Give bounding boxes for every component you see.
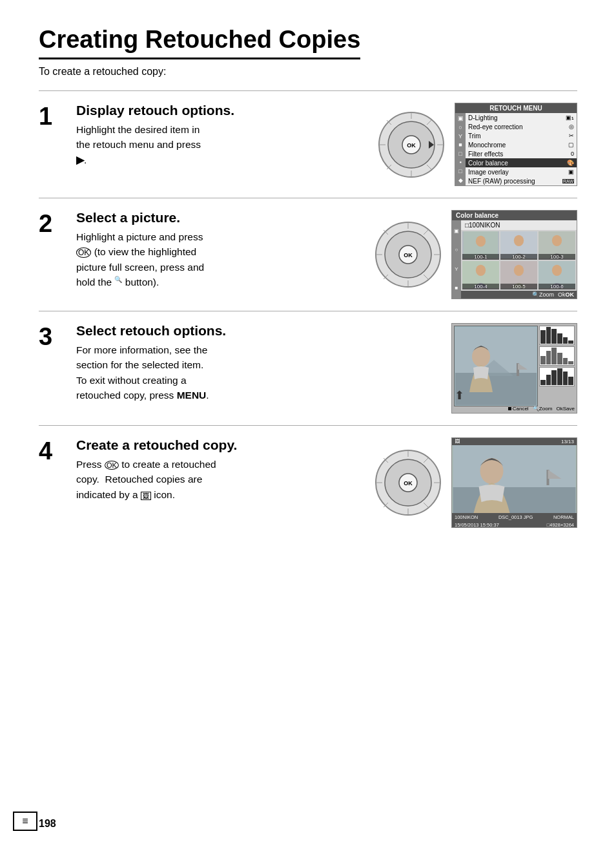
camera-dial-1: OK [376, 109, 447, 180]
thumb-4: 100-4 [462, 261, 499, 289]
cb-title: Color balance [452, 211, 577, 220]
steps-container: 1 Display retouch options. Highlight the… [39, 90, 577, 540]
rp-histogram-panel [539, 326, 575, 386]
side-icon-6: ▪ [457, 158, 464, 166]
step-4-desc: Press OK to create a retouched copy. Ret… [76, 457, 360, 502]
step-4-title: Create a retouched copy. [76, 437, 360, 453]
fs-top-icon: 🖼 [455, 439, 460, 445]
step-2-number: 2 [39, 211, 70, 236]
side-icon-1: ▣ [457, 114, 464, 122]
menu-item-overlay: Image overlay▣ [466, 167, 577, 176]
step-3-desc: For more information, see the section fo… [76, 342, 438, 403]
step-1: 1 Display retouch options. Highlight the… [39, 90, 577, 198]
step-1-number: 1 [39, 104, 70, 129]
svg-point-26 [476, 236, 486, 247]
fs-date: 15/05/2013 15:50:37 [455, 522, 499, 528]
fs-filename: DSC_0013 JPG [498, 514, 533, 520]
step-3-content: Select retouch options. For more informa… [76, 323, 445, 403]
rp-bottom-bar: ⏹Cancel 🔍Zoom OkSave [508, 406, 575, 412]
side-icon-3: Y [457, 132, 464, 140]
step-2-images: OK Color balance ▣ ○ Y ■ □100NIKON [373, 210, 577, 299]
fs-page-count: 13/13 [561, 439, 574, 445]
side-icon-2: ○ [457, 123, 464, 131]
step-3-number: 3 [39, 324, 70, 349]
step-4-images: OK 🖼 13/13 [373, 437, 577, 528]
step-2-desc: Highlight a picture and press OK (to vie… [76, 229, 360, 289]
thumb-2: 100-2 [500, 231, 537, 260]
menu-with-side-icons: ▣ ○ Y ■ □ ▪ □ ◆ D-Lighting▣₁ [455, 113, 577, 185]
fs-image-area [452, 445, 577, 513]
rp-left-arrow: ⬆ [455, 388, 464, 403]
final-screen: 🖼 13/13 [451, 437, 577, 528]
step-1-desc: Highlight the desired item inthe retouch… [76, 122, 363, 167]
menu-item-colorbalance: Color balance🎨 [466, 158, 577, 167]
step-3-title: Select retouch options. [76, 323, 438, 339]
svg-rect-38 [455, 373, 537, 405]
step-3: 3 Select retouch options. For more infor… [39, 311, 577, 425]
svg-rect-56 [453, 487, 576, 513]
menu-item-dlighting: D-Lighting▣₁ [466, 113, 577, 122]
menu-items: D-Lighting▣₁ Red-eye correction◎ Trim✂ M… [466, 113, 577, 185]
color-balance-screen: Color balance ▣ ○ Y ■ □100NIKON [451, 210, 577, 299]
retouch-menu-title: RETOUCH MENU [455, 103, 577, 113]
step-1-content: Display retouch options. Highlight the d… [76, 103, 369, 167]
step-3-images: ⬆ ⏹Cancel 🔍Zoom OkSave [451, 323, 577, 414]
thumb-6: 100-6 [539, 261, 575, 289]
svg-point-30 [552, 235, 562, 246]
step-4-content: Create a retouched copy. Press OK to cre… [76, 437, 366, 502]
svg-text:OK: OK [407, 142, 416, 149]
step-4: 4 Create a retouched copy. Press OK to c… [39, 425, 577, 540]
fs-second-bottom-bar: 15/05/2013 15:50:37 □4928×3264 [452, 521, 577, 528]
step-1-title: Display retouch options. [76, 103, 363, 118]
hist-bar-1 [539, 326, 575, 345]
menu-item-filter: Filter effects0 [466, 149, 577, 158]
thumb-1: 100-1 [462, 231, 499, 260]
svg-point-59 [480, 458, 504, 484]
subtitle: To create a retouched copy: [39, 66, 577, 78]
step-2-content: Select a picture. Highlight a picture an… [76, 210, 366, 289]
thumb-5: 100-5 [500, 261, 537, 289]
retouch-preview-screen: ⬆ ⏹Cancel 🔍Zoom OkSave [451, 323, 577, 414]
fs-top-bar: 🖼 13/13 [452, 438, 577, 445]
step-4-number: 4 [39, 439, 70, 463]
svg-point-32 [476, 265, 486, 276]
camera-dial-4: OK [373, 447, 444, 518]
svg-point-36 [552, 265, 562, 276]
rp-main-image [454, 326, 538, 406]
side-icon-4: ■ [457, 141, 464, 149]
fs-size: □4928×3264 [547, 522, 574, 528]
menu-item-nef: NEF (RAW) processingRAW [466, 176, 577, 185]
menu-item-trim: Trim✂ [466, 131, 577, 140]
hist-bar-3 [539, 367, 575, 386]
page-title: Creating Retouched Copies [39, 26, 360, 59]
side-icon-7: □ [457, 167, 464, 175]
bottom-menu-icon: ≡ [13, 812, 37, 831]
menu-item-redeye: Red-eye correction◎ [466, 122, 577, 131]
fs-bottom-bar: 100NIKON DSC_0013 JPG NORMAL [452, 513, 577, 521]
cb-thumbnails: 100-1 100-2 [461, 230, 577, 291]
side-icon-5: □ [457, 150, 464, 158]
cb-folder: □100NIKON [461, 220, 577, 230]
svg-text:OK: OK [404, 480, 413, 487]
hist-bar-2 [539, 346, 575, 366]
fs-quality: NORMAL [553, 514, 574, 520]
retouch-menu-screen: RETOUCH MENU ▣ ○ Y ■ □ ▪ □ ◆ D-Ligh [455, 103, 577, 186]
step-2: 2 Select a picture. Highlight a picture … [39, 198, 577, 311]
svg-point-34 [514, 265, 524, 276]
step-1-images: OK RETOUCH MENU ▣ ○ Y ■ □ ▪ □ ◆ [376, 103, 577, 186]
side-icon-8: ◆ [457, 176, 464, 184]
cb-bottom-bar: 🔍ZoomOkOK [461, 291, 577, 299]
page-number: 198 [39, 818, 56, 830]
camera-dial-2: OK [373, 219, 444, 290]
svg-text:OK: OK [404, 252, 413, 258]
thumb-3: 100-3 [539, 231, 575, 260]
step-2-title: Select a picture. [76, 210, 360, 225]
menu-item-monochrome: Monochrome▢ [466, 140, 577, 149]
side-icons: ▣ ○ Y ■ □ ▪ □ ◆ [455, 113, 466, 185]
svg-point-28 [514, 235, 524, 246]
fs-folder: 100NIKON [455, 514, 478, 520]
